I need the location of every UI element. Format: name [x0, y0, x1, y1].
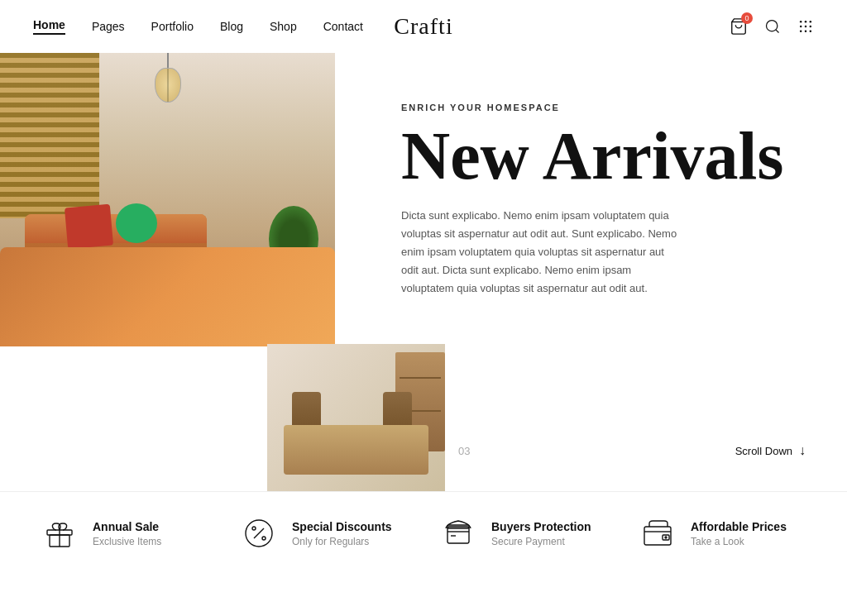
svg-point-1: [767, 21, 778, 31]
feature-discounts-subtitle: Only for Regulars: [292, 536, 392, 547]
nav-actions: 0: [730, 17, 814, 36]
dining-table: [284, 425, 428, 475]
rug-decoration: [0, 289, 335, 346]
shield-payment-icon: [440, 515, 476, 552]
site-logo[interactable]: Crafti: [394, 13, 452, 40]
hero-bottom-bar: 01 02 03 Scroll Down ↓: [401, 443, 806, 458]
svg-point-24: [665, 537, 667, 538]
feature-prices-subtitle: Take a Look: [691, 536, 787, 547]
hero-images: [0, 53, 335, 491]
nav-pages[interactable]: Pages: [92, 20, 125, 33]
svg-point-3: [805, 21, 807, 23]
percent-icon: [241, 515, 277, 552]
svg-rect-22: [644, 527, 671, 545]
feature-annual-sale-subtitle: Exclusive Items: [93, 536, 161, 547]
feature-annual-sale: Annual Sale Exclusive Items: [41, 515, 208, 552]
feature-protection-text: Buyers Protection Secure Payment: [491, 520, 591, 547]
svg-point-7: [810, 26, 812, 28]
hero-main-image: [0, 53, 335, 346]
svg-rect-18: [447, 527, 469, 543]
svg-point-2: [800, 21, 802, 23]
svg-point-15: [252, 527, 256, 530]
scroll-down-button[interactable]: Scroll Down ↓: [735, 443, 806, 458]
feature-prices: Affordable Prices Take a Look: [639, 515, 806, 552]
light-decoration: [167, 53, 169, 103]
nav-contact[interactable]: Contact: [323, 20, 363, 33]
nav-blog[interactable]: Blog: [220, 20, 243, 33]
scroll-down-label: Scroll Down: [735, 445, 792, 457]
feature-discounts-title: Special Discounts: [292, 520, 392, 533]
features-bar: Annual Sale Exclusive Items Special Disc…: [0, 491, 847, 575]
hero-secondary-image: [267, 344, 445, 491]
feature-protection: Buyers Protection Secure Payment: [440, 515, 606, 552]
gift-icon: [41, 515, 78, 552]
coffee-table: [99, 284, 207, 305]
feature-annual-sale-text: Annual Sale Exclusive Items: [93, 520, 161, 547]
hero-description: Dicta sunt explicabo. Nemo enim ipsam vo…: [401, 207, 682, 298]
feature-prices-title: Affordable Prices: [691, 520, 787, 533]
svg-point-8: [800, 31, 802, 33]
svg-point-16: [262, 537, 266, 540]
feature-discounts: Special Discounts Only for Regulars: [241, 515, 407, 552]
cushion-green: [116, 203, 157, 243]
cart-icon[interactable]: 0: [730, 17, 748, 36]
navbar: Home Pages Portfolio Blog Shop Contact C…: [0, 0, 847, 53]
svg-point-4: [810, 21, 812, 23]
nav-portfolio[interactable]: Portfolio: [151, 20, 194, 33]
svg-point-9: [805, 31, 807, 33]
feature-protection-title: Buyers Protection: [491, 520, 591, 533]
svg-rect-23: [663, 535, 669, 540]
feature-protection-subtitle: Secure Payment: [491, 536, 591, 547]
plant-decoration: [269, 189, 318, 297]
scroll-down-arrow: ↓: [799, 443, 806, 458]
page-3[interactable]: 03: [458, 445, 470, 457]
nav-shop[interactable]: Shop: [270, 20, 297, 33]
search-icon[interactable]: [764, 18, 781, 35]
feature-discounts-text: Special Discounts Only for Regulars: [292, 520, 392, 547]
wallet-icon: [639, 515, 676, 552]
nav-home[interactable]: Home: [33, 18, 65, 35]
svg-point-5: [800, 26, 802, 28]
cushion-red: [65, 204, 113, 250]
feature-annual-sale-title: Annual Sale: [93, 520, 161, 533]
svg-point-10: [810, 31, 812, 33]
grid-icon[interactable]: [797, 18, 814, 35]
hero-section: ENRICH YOUR HOMESPACE New Arrivals Dicta…: [0, 53, 847, 491]
nav-links: Home Pages Portfolio Blog Shop Contact: [33, 18, 363, 35]
cart-badge: 0: [741, 12, 753, 24]
feature-prices-text: Affordable Prices Take a Look: [691, 520, 787, 547]
hero-subtitle: ENRICH YOUR HOMESPACE: [401, 103, 806, 112]
hero-top: ENRICH YOUR HOMESPACE New Arrivals Dicta…: [401, 103, 806, 298]
hero-title: New Arrivals: [401, 122, 806, 190]
blinds-decoration: [0, 53, 99, 218]
svg-point-6: [805, 26, 807, 28]
